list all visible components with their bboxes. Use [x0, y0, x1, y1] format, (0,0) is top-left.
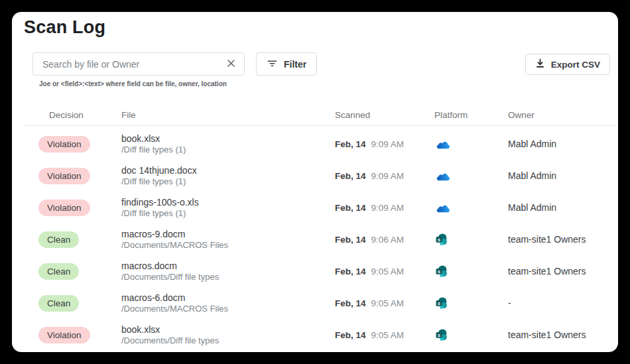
onedrive-icon [436, 202, 450, 213]
owner-value: Mabl Admin [508, 139, 556, 149]
file-name: macros.docm [121, 261, 335, 272]
file-cell: findings-100s-o.xls /Diff file types (1) [121, 197, 335, 219]
decision-cell: Clean [38, 231, 121, 248]
scan-log-card: Scan Log Filter [12, 12, 618, 352]
x-close-icon [226, 58, 236, 70]
owner-cell: team-site1 Owners [508, 265, 618, 277]
decision-badge: Violation [38, 200, 90, 216]
owner-value: Mabl Admin [508, 170, 556, 181]
scan-time: 9:05 AM [371, 267, 405, 276]
scanned-cell: Feb, 149:09 AM [335, 202, 434, 213]
owner-value: Mabl Admin [508, 202, 556, 213]
table-row[interactable]: Violation book.xlsx /Diff file types (1)… [24, 128, 618, 160]
file-cell: macros-9.docm /Documents/MACROS Files [121, 229, 335, 251]
file-name: macros-9.docm [121, 229, 335, 240]
export-csv-button[interactable]: Export CSV [525, 54, 610, 75]
clear-search-button[interactable] [225, 57, 237, 72]
scanned-cell: Feb, 149:09 AM [335, 138, 434, 150]
scanned-cell: Feb, 149:05 AM [335, 265, 434, 277]
table-row[interactable]: Violation findings-100s-o.xls /Diff file… [24, 192, 618, 223]
search-box [32, 52, 245, 76]
owner-value: team-site1 Owners [508, 234, 586, 245]
platform-cell: s [434, 233, 508, 246]
decision-cell: Violation [38, 136, 121, 152]
table-row[interactable]: Clean macros-6.docm /Documents/MACROS Fi… [24, 287, 618, 319]
platform-cell: s [434, 170, 508, 182]
column-header-scanned: Scanned [335, 110, 434, 120]
file-name: macros-6.docm [121, 292, 335, 304]
filter-button-label: Filter [284, 59, 306, 70]
decision-badge: Clean [38, 295, 79, 312]
sharepoint-icon: s [436, 233, 447, 246]
file-path: /Documents/Diff file types [121, 335, 335, 346]
sharepoint-icon: s [436, 297, 447, 310]
file-name: book.xlsx [121, 133, 335, 145]
owner-cell: Mabl Admin [508, 202, 618, 213]
file-path: /Documents/Diff file types [121, 272, 335, 282]
owner-value: team-site1 Owners [508, 330, 586, 340]
file-cell: book.xlsx /Documents/Diff file types [121, 324, 335, 346]
owner-cell: team-site1 Owners [508, 233, 618, 245]
owner-cell: - [508, 297, 618, 309]
filter-list-icon [267, 58, 278, 71]
page-title: Scan Log [24, 17, 105, 38]
file-name: book.xlsx [121, 324, 335, 335]
scan-time: 9:09 AM [371, 171, 405, 181]
decision-badge: Violation [38, 168, 90, 184]
scan-date: Feb, 14 [335, 235, 366, 245]
filter-button[interactable]: Filter [256, 52, 317, 76]
column-header-platform: Platform [434, 110, 508, 120]
sharepoint-icon: s [436, 329, 447, 341]
scan-time: 9:09 AM [371, 139, 405, 149]
decision-cell: Clean [38, 263, 121, 280]
file-cell: doc 14thjune.docx /Diff file types (1) [121, 165, 335, 187]
svg-text:s: s [438, 269, 440, 274]
file-path: /Documents/MACROS Files [121, 304, 335, 314]
table-row[interactable]: Clean macros-9.docm /Documents/MACROS Fi… [24, 223, 618, 255]
decision-badge: Clean [38, 263, 79, 280]
svg-text:s: s [438, 237, 440, 242]
svg-text:s: s [438, 301, 440, 306]
platform-cell: s [434, 297, 508, 310]
platform-cell: s [434, 138, 508, 150]
column-header-owner: Owner [508, 110, 618, 120]
owner-value: team-site1 Owners [508, 266, 586, 276]
scan-time: 9:09 AM [371, 203, 405, 213]
scan-time: 9:05 AM [371, 298, 405, 308]
scan-date: Feb, 14 [335, 330, 366, 340]
scanned-cell: Feb, 149:06 AM [335, 233, 434, 245]
decision-cell: Clean [38, 295, 121, 312]
file-path: /Diff file types (1) [121, 208, 335, 219]
onedrive-icon [436, 170, 450, 182]
screen: { "page": { "title": "Scan Log" }, "tool… [0, 0, 630, 364]
search-input[interactable] [41, 58, 225, 70]
scan-date: Feb, 14 [335, 267, 366, 276]
scan-log-table: Decision File Scanned Platform Owner Vio… [24, 105, 618, 351]
scanned-cell: Feb, 149:05 AM [335, 297, 434, 309]
table-row[interactable]: Violation doc 14thjune.docx /Diff file t… [24, 160, 618, 192]
table-body: Violation book.xlsx /Diff file types (1)… [24, 126, 618, 351]
platform-cell: s [434, 202, 508, 213]
scanned-cell: Feb, 149:09 AM [335, 170, 434, 182]
column-header-decision: Decision [38, 110, 121, 120]
download-icon [535, 58, 545, 70]
decision-badge: Violation [38, 136, 90, 152]
scan-time: 9:05 AM [371, 330, 405, 340]
scan-date: Feb, 14 [335, 203, 366, 213]
file-name: doc 14thjune.docx [121, 165, 335, 176]
file-cell: macros-6.docm /Documents/MACROS Files [121, 292, 335, 314]
sharepoint-icon: s [436, 265, 447, 278]
decision-cell: Violation [38, 168, 121, 184]
scan-date: Feb, 14 [335, 139, 366, 149]
decision-badge: Violation [38, 327, 90, 343]
scan-date: Feb, 14 [335, 171, 366, 181]
decision-cell: Violation [38, 200, 121, 216]
search-hint-text: Joe or <field>:<text> where field can be… [39, 80, 227, 88]
onedrive-icon [436, 138, 450, 150]
decision-badge: Clean [38, 231, 79, 248]
decision-cell: Violation [38, 327, 121, 343]
file-name: findings-100s-o.xls [121, 197, 335, 208]
table-row[interactable]: Violation book.xlsx /Documents/Diff file… [24, 319, 618, 351]
table-row[interactable]: Clean macros.docm /Documents/Diff file t… [24, 255, 618, 287]
file-path: /Documents/MACROS Files [121, 240, 335, 251]
